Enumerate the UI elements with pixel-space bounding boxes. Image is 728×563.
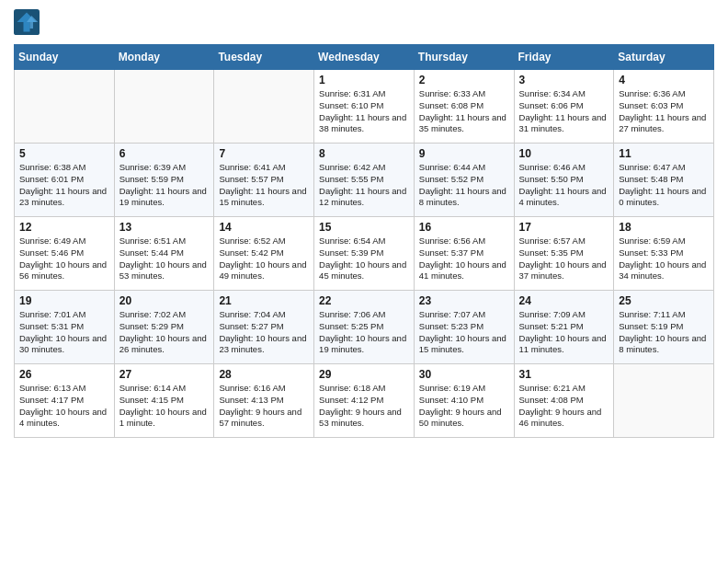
day-info: Sunrise: 6:47 AM Sunset: 5:48 PM Dayligh… (619, 162, 709, 209)
day-number: 23 (419, 294, 509, 307)
day-info: Sunrise: 6:41 AM Sunset: 5:57 PM Dayligh… (219, 162, 309, 209)
day-number: 17 (519, 221, 609, 234)
day-number: 5 (19, 147, 109, 160)
day-info: Sunrise: 6:42 AM Sunset: 5:55 PM Dayligh… (319, 162, 409, 209)
day-info: Sunrise: 7:06 AM Sunset: 5:25 PM Dayligh… (319, 309, 409, 356)
calendar-cell: 10Sunrise: 6:46 AM Sunset: 5:50 PM Dayli… (514, 144, 614, 217)
day-info: Sunrise: 6:38 AM Sunset: 6:01 PM Dayligh… (19, 162, 109, 209)
day-number: 15 (319, 221, 409, 234)
day-info: Sunrise: 6:44 AM Sunset: 5:52 PM Dayligh… (419, 162, 509, 209)
day-info: Sunrise: 6:21 AM Sunset: 4:08 PM Dayligh… (519, 383, 609, 430)
calendar-cell: 12Sunrise: 6:49 AM Sunset: 5:46 PM Dayli… (15, 217, 115, 291)
day-number: 26 (19, 368, 109, 381)
day-number: 20 (119, 294, 210, 307)
calendar-week-row: 5Sunrise: 6:38 AM Sunset: 6:01 PM Daylig… (15, 144, 714, 217)
weekday-header: Thursday (414, 45, 514, 70)
day-number: 21 (219, 294, 309, 307)
day-info: Sunrise: 7:11 AM Sunset: 5:19 PM Dayligh… (619, 309, 709, 356)
calendar-body: 1Sunrise: 6:31 AM Sunset: 6:10 PM Daylig… (15, 70, 714, 438)
day-number: 1 (319, 74, 409, 86)
calendar-week-row: 19Sunrise: 7:01 AM Sunset: 5:31 PM Dayli… (15, 291, 714, 364)
day-info: Sunrise: 6:59 AM Sunset: 5:33 PM Dayligh… (619, 236, 709, 282)
calendar-cell: 27Sunrise: 6:14 AM Sunset: 4:15 PM Dayli… (114, 364, 214, 438)
weekday-header: Tuesday (214, 45, 314, 70)
day-info: Sunrise: 6:13 AM Sunset: 4:17 PM Dayligh… (19, 383, 109, 430)
calendar-cell: 31Sunrise: 6:21 AM Sunset: 4:08 PM Dayli… (514, 364, 614, 438)
calendar-cell: 17Sunrise: 6:57 AM Sunset: 5:35 PM Dayli… (514, 217, 614, 291)
day-info: Sunrise: 6:31 AM Sunset: 6:10 PM Dayligh… (319, 88, 409, 135)
day-number: 27 (119, 368, 210, 381)
calendar-cell (15, 70, 115, 144)
calendar-cell: 20Sunrise: 7:02 AM Sunset: 5:29 PM Dayli… (114, 291, 214, 364)
weekday-header: Sunday (15, 45, 115, 70)
weekday-header: Friday (514, 45, 614, 70)
calendar-week-row: 26Sunrise: 6:13 AM Sunset: 4:17 PM Dayli… (15, 364, 714, 438)
day-number: 22 (319, 294, 409, 307)
day-number: 12 (19, 221, 109, 234)
day-info: Sunrise: 6:52 AM Sunset: 5:42 PM Dayligh… (219, 236, 309, 282)
day-number: 7 (219, 147, 309, 160)
day-info: Sunrise: 6:19 AM Sunset: 4:10 PM Dayligh… (419, 383, 509, 430)
day-info: Sunrise: 7:01 AM Sunset: 5:31 PM Dayligh… (19, 309, 109, 356)
day-number: 14 (219, 221, 309, 234)
calendar-cell: 21Sunrise: 7:04 AM Sunset: 5:27 PM Dayli… (214, 291, 314, 364)
calendar-cell: 11Sunrise: 6:47 AM Sunset: 5:48 PM Dayli… (614, 144, 714, 217)
day-info: Sunrise: 6:36 AM Sunset: 6:03 PM Dayligh… (619, 88, 709, 135)
calendar-cell (214, 70, 314, 144)
logo-icon (14, 9, 40, 35)
day-number: 8 (319, 147, 409, 160)
page-header (14, 9, 714, 35)
calendar-cell: 15Sunrise: 6:54 AM Sunset: 5:39 PM Dayli… (314, 217, 415, 291)
calendar-header: SundayMondayTuesdayWednesdayThursdayFrid… (15, 45, 714, 70)
calendar-cell: 9Sunrise: 6:44 AM Sunset: 5:52 PM Daylig… (414, 144, 514, 217)
calendar-cell: 22Sunrise: 7:06 AM Sunset: 5:25 PM Dayli… (314, 291, 415, 364)
weekday-header: Monday (114, 45, 214, 70)
day-number: 29 (319, 368, 409, 381)
day-number: 25 (619, 294, 709, 307)
day-number: 31 (519, 368, 609, 381)
day-number: 2 (419, 74, 509, 86)
day-info: Sunrise: 6:57 AM Sunset: 5:35 PM Dayligh… (519, 236, 609, 282)
day-number: 11 (619, 147, 709, 160)
calendar-cell: 3Sunrise: 6:34 AM Sunset: 6:06 PM Daylig… (514, 70, 614, 144)
day-number: 3 (519, 74, 609, 86)
calendar-cell: 1Sunrise: 6:31 AM Sunset: 6:10 PM Daylig… (314, 70, 415, 144)
calendar-cell: 19Sunrise: 7:01 AM Sunset: 5:31 PM Dayli… (15, 291, 115, 364)
day-number: 10 (519, 147, 609, 160)
calendar-cell: 16Sunrise: 6:56 AM Sunset: 5:37 PM Dayli… (414, 217, 514, 291)
day-info: Sunrise: 6:49 AM Sunset: 5:46 PM Dayligh… (19, 236, 109, 282)
day-info: Sunrise: 6:39 AM Sunset: 5:59 PM Dayligh… (119, 162, 210, 209)
day-info: Sunrise: 6:33 AM Sunset: 6:08 PM Dayligh… (419, 88, 509, 135)
calendar-cell: 2Sunrise: 6:33 AM Sunset: 6:08 PM Daylig… (414, 70, 514, 144)
day-info: Sunrise: 7:09 AM Sunset: 5:21 PM Dayligh… (519, 309, 609, 356)
calendar-cell: 24Sunrise: 7:09 AM Sunset: 5:21 PM Dayli… (514, 291, 614, 364)
page-container: SundayMondayTuesdayWednesdayThursdayFrid… (0, 0, 728, 447)
calendar-cell (114, 70, 214, 144)
day-number: 16 (419, 221, 509, 234)
calendar-week-row: 12Sunrise: 6:49 AM Sunset: 5:46 PM Dayli… (15, 217, 714, 291)
calendar-cell: 4Sunrise: 6:36 AM Sunset: 6:03 PM Daylig… (614, 70, 714, 144)
calendar-cell: 29Sunrise: 6:18 AM Sunset: 4:12 PM Dayli… (314, 364, 415, 438)
calendar-cell: 23Sunrise: 7:07 AM Sunset: 5:23 PM Dayli… (414, 291, 514, 364)
calendar-week-row: 1Sunrise: 6:31 AM Sunset: 6:10 PM Daylig… (15, 70, 714, 144)
day-info: Sunrise: 7:04 AM Sunset: 5:27 PM Dayligh… (219, 309, 309, 356)
weekday-header: Saturday (614, 45, 714, 70)
day-info: Sunrise: 6:18 AM Sunset: 4:12 PM Dayligh… (319, 383, 409, 430)
day-number: 28 (219, 368, 309, 381)
weekday-row: SundayMondayTuesdayWednesdayThursdayFrid… (15, 45, 714, 70)
day-info: Sunrise: 6:14 AM Sunset: 4:15 PM Dayligh… (119, 383, 210, 430)
weekday-header: Wednesday (314, 45, 415, 70)
calendar-cell: 30Sunrise: 6:19 AM Sunset: 4:10 PM Dayli… (414, 364, 514, 438)
calendar-cell: 13Sunrise: 6:51 AM Sunset: 5:44 PM Dayli… (114, 217, 214, 291)
day-number: 4 (619, 74, 709, 86)
calendar-cell: 7Sunrise: 6:41 AM Sunset: 5:57 PM Daylig… (214, 144, 314, 217)
day-info: Sunrise: 6:54 AM Sunset: 5:39 PM Dayligh… (319, 236, 409, 282)
calendar-cell: 25Sunrise: 7:11 AM Sunset: 5:19 PM Dayli… (614, 291, 714, 364)
calendar-cell: 14Sunrise: 6:52 AM Sunset: 5:42 PM Dayli… (214, 217, 314, 291)
calendar-cell: 18Sunrise: 6:59 AM Sunset: 5:33 PM Dayli… (614, 217, 714, 291)
calendar-cell: 5Sunrise: 6:38 AM Sunset: 6:01 PM Daylig… (15, 144, 115, 217)
day-number: 24 (519, 294, 609, 307)
day-number: 30 (419, 368, 509, 381)
day-info: Sunrise: 6:56 AM Sunset: 5:37 PM Dayligh… (419, 236, 509, 282)
calendar-cell: 26Sunrise: 6:13 AM Sunset: 4:17 PM Dayli… (15, 364, 115, 438)
